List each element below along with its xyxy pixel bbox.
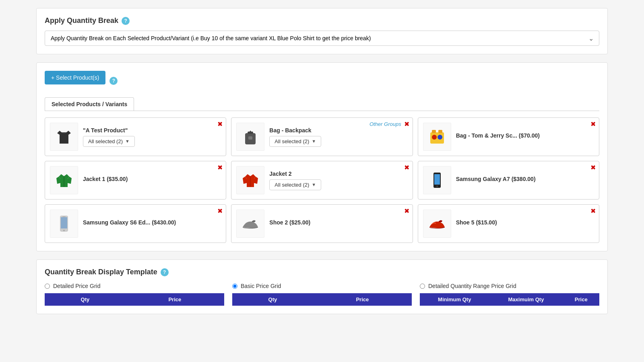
- basic-price-grid-table: Qty Price: [232, 293, 412, 306]
- remove-product-4-button[interactable]: ✖: [217, 165, 223, 171]
- product-3-info: Bag - Tom & Jerry Sc... ($70.00): [456, 132, 594, 141]
- product-5-variant-label: All selected (2): [275, 182, 309, 188]
- display-template-title: Quantity Break Display Template: [45, 268, 157, 276]
- detailed-price-header: Price: [126, 293, 224, 306]
- select-products-help-icon[interactable]: ?: [109, 77, 118, 85]
- product-card-3: ✖ Bag - Tom & Jerry Sc... ($70.00): [418, 117, 599, 156]
- detailed-qty-header: Qty: [45, 293, 126, 306]
- variant-2-arrow: ▼: [312, 139, 316, 144]
- basic-price-grid-radio[interactable]: [232, 284, 237, 289]
- qty-range-label: Detailed Quantity Range Price Grid: [428, 283, 516, 289]
- product-5-name: Jacket 2: [269, 171, 407, 177]
- basic-price-grid-label: Basic Price Grid: [241, 283, 281, 289]
- basic-price-header: Price: [313, 293, 412, 306]
- remove-product-8-button[interactable]: ✖: [404, 208, 409, 214]
- display-option-qty-range: Detailed Quantity Range Price Grid Minim…: [420, 283, 599, 306]
- section-title-text: Apply Quantity Break: [45, 16, 118, 25]
- product-6-name: Samsung Galaxy A7 ($380.00): [456, 176, 594, 182]
- product-9-name: Shoe 5 ($15.00): [456, 219, 594, 226]
- product-1-name: "A Test Product": [83, 127, 221, 134]
- svg-point-8: [438, 135, 442, 140]
- min-qty-header: Minimum Qty: [420, 293, 489, 306]
- basic-price-grid-radio-label[interactable]: Basic Price Grid: [232, 283, 412, 289]
- product-9-info: Shoe 5 ($15.00): [456, 219, 594, 228]
- svg-rect-15: [62, 216, 66, 217]
- products-grid: ✖ "A Test Product" All selected (2) ▼: [45, 117, 599, 243]
- product-5-variant-dropdown[interactable]: All selected (2) ▼: [269, 179, 321, 190]
- svg-point-7: [432, 135, 437, 140]
- product-card-1: ✖ "A Test Product" All selected (2) ▼: [45, 117, 226, 156]
- product-2-variant-label: All selected (2): [275, 138, 309, 144]
- product-1-variant-label: All selected (2): [88, 138, 123, 144]
- product-2-name: Bag - Backpack: [269, 127, 407, 134]
- product-2-variant-dropdown[interactable]: All selected (2) ▼: [269, 136, 321, 147]
- apply-qb-dropdown[interactable]: Apply Quantity Break on Each Selected Pr…: [45, 31, 599, 46]
- product-card-2: Other Groups ✖ Bag - Backpack: [231, 117, 413, 156]
- product-1-info: "A Test Product" All selected (2) ▼: [83, 127, 221, 147]
- product-card-5: ✖ Jacket 2 All selected (2): [231, 161, 413, 200]
- product-7-info: Samsung Galaxy S6 Ed... ($430.00): [83, 219, 221, 228]
- svg-rect-13: [61, 217, 67, 228]
- svg-rect-10: [434, 174, 440, 185]
- product-6-info: Samsung Galaxy A7 ($380.00): [456, 176, 594, 185]
- product-7-image: [50, 210, 78, 238]
- detailed-price-grid-table: Qty Price: [45, 293, 224, 306]
- product-8-info: Shoe 2 ($25.00): [269, 219, 407, 228]
- remove-product-9-button[interactable]: ✖: [590, 208, 596, 214]
- product-card-8: ✖ Shoe 2 ($25.00): [231, 204, 413, 243]
- detailed-price-grid-radio-label[interactable]: Detailed Price Grid: [45, 283, 224, 289]
- remove-product-3-button[interactable]: ✖: [590, 121, 596, 128]
- product-card-9: ✖ Shoe 5 ($15.00): [418, 204, 599, 243]
- apply-qb-help-icon[interactable]: ?: [122, 17, 130, 25]
- product-1-variant-dropdown[interactable]: All selected (2) ▼: [83, 136, 135, 147]
- product-2-image: [236, 123, 264, 151]
- remove-product-7-button[interactable]: ✖: [217, 208, 223, 214]
- qty-range-table: Minimum Qty Maximuim Qty Price: [420, 293, 599, 306]
- product-4-image: [50, 166, 78, 194]
- svg-point-14: [63, 230, 65, 231]
- remove-product-1-button[interactable]: ✖: [217, 121, 223, 128]
- product-1-image: [50, 123, 78, 151]
- svg-point-11: [436, 185, 438, 187]
- product-8-name: Shoe 2 ($25.00): [269, 219, 407, 226]
- qty-range-radio[interactable]: [420, 284, 425, 289]
- svg-rect-5: [432, 130, 436, 133]
- product-7-name: Samsung Galaxy S6 Ed... ($430.00): [83, 219, 221, 226]
- product-6-image: [423, 166, 451, 194]
- detailed-price-grid-label: Detailed Price Grid: [53, 283, 101, 289]
- product-card-6: ✖ Samsung Galaxy A7 ($380.00): [418, 161, 599, 200]
- product-4-info: Jacket 1 ($35.00): [83, 176, 221, 185]
- product-card-4: ✖ Jacket 1 ($35.00): [45, 161, 226, 200]
- detailed-price-grid-radio[interactable]: [45, 284, 50, 289]
- variant-dropdown-arrow: ▼: [125, 139, 130, 144]
- svg-rect-6: [438, 130, 442, 133]
- product-3-image: [423, 123, 451, 151]
- product-card-7: ✖ Samsung Galaxy S6 Ed... ($430.00): [45, 204, 226, 243]
- product-5-info: Jacket 2 All selected (2) ▼: [269, 171, 407, 190]
- product-5-image: [236, 166, 264, 194]
- products-tab-header: Selected Products / Variants: [45, 97, 599, 111]
- apply-quantity-break-title: Apply Quantity Break ?: [45, 16, 599, 25]
- product-3-name: Bag - Tom & Jerry Sc... ($70.00): [456, 132, 594, 139]
- svg-rect-2: [248, 136, 252, 140]
- max-qty-header: Maximuim Qty: [489, 293, 563, 306]
- remove-product-6-button[interactable]: ✖: [590, 165, 596, 171]
- display-options-grid: Detailed Price Grid Qty Price Basi: [45, 283, 599, 306]
- qty-range-radio-label[interactable]: Detailed Quantity Range Price Grid: [420, 283, 599, 289]
- display-option-basic: Basic Price Grid Qty Price: [232, 283, 412, 306]
- other-groups-link[interactable]: Other Groups: [369, 121, 401, 127]
- range-price-header: Price: [563, 293, 599, 306]
- display-template-title-row: Quantity Break Display Template ?: [45, 268, 599, 276]
- display-option-detailed: Detailed Price Grid Qty Price: [45, 283, 224, 306]
- product-8-image: [236, 210, 264, 238]
- display-template-help-icon[interactable]: ?: [161, 268, 169, 276]
- basic-qty-header: Qty: [232, 293, 313, 306]
- remove-product-2-button[interactable]: ✖: [404, 121, 409, 128]
- variant-5-arrow: ▼: [312, 182, 316, 187]
- selected-products-tab[interactable]: Selected Products / Variants: [45, 97, 134, 111]
- remove-product-5-button[interactable]: ✖: [404, 165, 409, 171]
- product-4-name: Jacket 1 ($35.00): [83, 176, 221, 182]
- select-products-button[interactable]: + Select Product(s): [45, 71, 105, 84]
- product-2-info: Bag - Backpack All selected (2) ▼: [269, 127, 407, 147]
- product-9-image: [423, 210, 451, 238]
